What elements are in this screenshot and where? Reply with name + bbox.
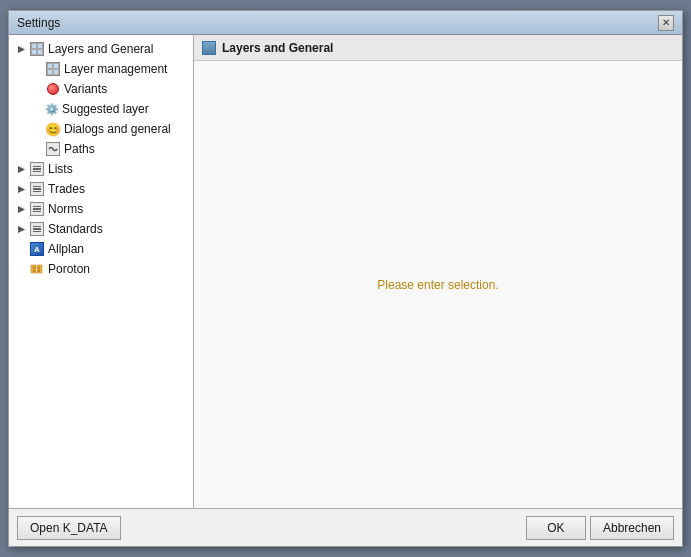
svg-rect-9 [33,270,35,272]
sidebar-item-layers-and-general[interactable]: Layers and General [9,39,193,59]
panel-body: Please enter selection. [194,61,682,508]
sidebar-item-label: Trades [48,182,85,196]
svg-marker-2 [18,186,25,193]
sidebar-item-poroton[interactable]: ▶ Poroton [9,259,193,279]
sidebar-item-variants[interactable]: ▶ Variants [9,79,193,99]
expand-icon [13,221,29,237]
sidebar-item-label: Paths [64,142,95,156]
sidebar-item-suggested-layer[interactable]: ▶ ⚙️ Suggested layer [9,99,193,119]
trades-icon [29,181,45,197]
sidebar: Layers and General ▶ Layer management ▶ … [9,35,194,508]
sidebar-item-norms[interactable]: Norms [9,199,193,219]
sidebar-item-label: Norms [48,202,83,216]
footer-right-buttons: OK Abbrechen [526,516,674,540]
please-select-text: Please enter selection. [377,278,498,292]
sidebar-item-label: Dialogs and general [64,122,171,136]
expand-icon [13,201,29,217]
expand-icon [13,181,29,197]
dialogs-icon: 😊 [45,121,61,137]
panel-header-title: Layers and General [222,41,333,55]
sidebar-item-label: Allplan [48,242,84,256]
footer: Open K_DATA OK Abbrechen [9,508,682,546]
sidebar-item-lists[interactable]: Lists [9,159,193,179]
main-panel: Layers and General Please enter selectio… [194,35,682,508]
svg-rect-8 [38,267,40,269]
sidebar-item-label: Layers and General [48,42,153,56]
expand-icon [13,41,29,57]
sidebar-item-label: Lists [48,162,73,176]
svg-rect-7 [33,267,35,269]
sidebar-item-trades[interactable]: Trades [9,179,193,199]
content-area: Layers and General ▶ Layer management ▶ … [9,35,682,508]
layers-icon [29,41,45,57]
panel-header-icon [202,41,216,55]
settings-window: Settings ✕ Layers and General ▶ [8,10,683,547]
panel-header: Layers and General [194,35,682,61]
norms-icon [29,201,45,217]
svg-marker-4 [18,226,25,233]
close-button[interactable]: ✕ [658,15,674,31]
paths-icon [45,141,61,157]
svg-rect-10 [38,270,40,272]
ok-button[interactable]: OK [526,516,586,540]
window-title: Settings [17,16,60,30]
svg-marker-0 [18,46,25,53]
cancel-button[interactable]: Abbrechen [590,516,674,540]
sidebar-item-label: Layer management [64,62,167,76]
poroton-icon [29,261,45,277]
sidebar-item-label: Standards [48,222,103,236]
sidebar-item-standards[interactable]: Standards [9,219,193,239]
list-icon [29,161,45,177]
sidebar-item-allplan[interactable]: ▶ A Allplan [9,239,193,259]
sidebar-item-paths[interactable]: ▶ Paths [9,139,193,159]
allplan-icon: A [29,241,45,257]
sidebar-item-layer-management[interactable]: ▶ Layer management [9,59,193,79]
sidebar-item-label: Poroton [48,262,90,276]
suggested-icon: ⚙️ [45,102,59,116]
expand-icon [13,161,29,177]
sidebar-item-dialogs-and-general[interactable]: ▶ 😊 Dialogs and general [9,119,193,139]
svg-marker-3 [18,206,25,213]
standards-icon [29,221,45,237]
open-k-data-button[interactable]: Open K_DATA [17,516,121,540]
variants-icon [45,81,61,97]
svg-marker-1 [18,166,25,173]
title-bar: Settings ✕ [9,11,682,35]
sidebar-item-label: Variants [64,82,107,96]
layer-management-icon [45,61,61,77]
sidebar-item-label: Suggested layer [62,102,149,116]
